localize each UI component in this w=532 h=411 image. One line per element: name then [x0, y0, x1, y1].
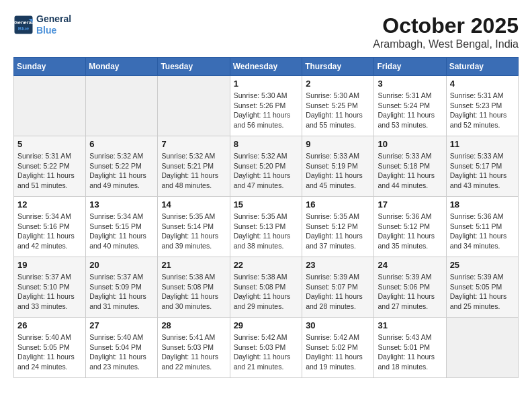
day-info: Sunrise: 5:38 AM Sunset: 5:08 PM Dayligh… — [161, 272, 226, 312]
calendar-cell: 3Sunrise: 5:31 AM Sunset: 5:24 PM Daylig… — [374, 76, 446, 136]
week-row-2: 5Sunrise: 5:31 AM Sunset: 5:22 PM Daylig… — [14, 136, 519, 197]
day-info: Sunrise: 5:33 AM Sunset: 5:18 PM Dayligh… — [378, 151, 442, 191]
logo: General Blue General Blue — [13, 13, 71, 36]
day-number: 7 — [161, 139, 226, 149]
day-info: Sunrise: 5:30 AM Sunset: 5:26 PM Dayligh… — [234, 91, 299, 130]
location: Arambagh, West Bengal, India — [373, 38, 519, 50]
day-number: 28 — [161, 320, 226, 330]
day-info: Sunrise: 5:31 AM Sunset: 5:23 PM Dayligh… — [450, 91, 515, 130]
day-number: 6 — [89, 139, 154, 149]
week-row-1: 1Sunrise: 5:30 AM Sunset: 5:26 PM Daylig… — [14, 76, 519, 136]
calendar-cell: 26Sunrise: 5:40 AM Sunset: 5:05 PM Dayli… — [14, 318, 86, 378]
calendar-cell: 31Sunrise: 5:43 AM Sunset: 5:01 PM Dayli… — [374, 318, 446, 378]
month-title: October 2025 — [373, 13, 519, 38]
day-number: 22 — [234, 260, 299, 270]
calendar-cell: 2Sunrise: 5:30 AM Sunset: 5:25 PM Daylig… — [302, 76, 374, 136]
calendar-cell — [86, 76, 158, 136]
day-number: 15 — [234, 199, 299, 210]
calendar-cell: 25Sunrise: 5:39 AM Sunset: 5:05 PM Dayli… — [446, 257, 518, 318]
day-number: 12 — [17, 199, 82, 210]
day-info: Sunrise: 5:30 AM Sunset: 5:25 PM Dayligh… — [306, 91, 370, 130]
day-info: Sunrise: 5:39 AM Sunset: 5:07 PM Dayligh… — [306, 272, 370, 312]
day-number: 20 — [89, 260, 154, 270]
day-number: 1 — [234, 79, 299, 89]
calendar-header-row: Sunday Monday Tuesday Wednesday Thursday… — [14, 58, 519, 76]
svg-text:Blue: Blue — [18, 25, 29, 31]
day-info: Sunrise: 5:36 AM Sunset: 5:12 PM Dayligh… — [378, 212, 442, 251]
calendar-cell: 1Sunrise: 5:30 AM Sunset: 5:26 PM Daylig… — [230, 76, 302, 136]
calendar-cell: 20Sunrise: 5:37 AM Sunset: 5:09 PM Dayli… — [86, 257, 158, 318]
day-info: Sunrise: 5:41 AM Sunset: 5:03 PM Dayligh… — [161, 332, 226, 372]
day-number: 14 — [161, 199, 226, 210]
day-number: 19 — [17, 260, 82, 270]
calendar: Sunday Monday Tuesday Wednesday Thursday… — [13, 57, 519, 378]
day-number: 23 — [306, 260, 370, 270]
calendar-cell: 21Sunrise: 5:38 AM Sunset: 5:08 PM Dayli… — [158, 257, 230, 318]
day-number: 27 — [89, 320, 154, 330]
day-number: 4 — [450, 79, 515, 89]
day-info: Sunrise: 5:32 AM Sunset: 5:20 PM Dayligh… — [234, 151, 299, 191]
logo-icon: General Blue — [13, 15, 34, 35]
day-number: 31 — [378, 320, 442, 330]
day-number: 30 — [306, 320, 370, 330]
day-number: 18 — [450, 199, 515, 210]
day-info: Sunrise: 5:39 AM Sunset: 5:06 PM Dayligh… — [378, 272, 442, 312]
calendar-cell — [158, 76, 230, 136]
day-number: 3 — [378, 79, 442, 89]
day-info: Sunrise: 5:38 AM Sunset: 5:08 PM Dayligh… — [234, 272, 299, 312]
col-monday: Monday — [86, 58, 158, 76]
week-row-3: 12Sunrise: 5:34 AM Sunset: 5:16 PM Dayli… — [14, 197, 519, 257]
day-info: Sunrise: 5:33 AM Sunset: 5:19 PM Dayligh… — [306, 151, 370, 191]
calendar-cell: 4Sunrise: 5:31 AM Sunset: 5:23 PM Daylig… — [446, 76, 518, 136]
day-info: Sunrise: 5:31 AM Sunset: 5:24 PM Dayligh… — [378, 91, 442, 130]
calendar-cell: 24Sunrise: 5:39 AM Sunset: 5:06 PM Dayli… — [374, 257, 446, 318]
calendar-cell: 30Sunrise: 5:42 AM Sunset: 5:02 PM Dayli… — [302, 318, 374, 378]
col-thursday: Thursday — [302, 58, 374, 76]
calendar-cell: 27Sunrise: 5:40 AM Sunset: 5:04 PM Dayli… — [86, 318, 158, 378]
calendar-cell: 18Sunrise: 5:36 AM Sunset: 5:11 PM Dayli… — [446, 197, 518, 257]
calendar-cell: 8Sunrise: 5:32 AM Sunset: 5:20 PM Daylig… — [230, 136, 302, 197]
calendar-cell: 17Sunrise: 5:36 AM Sunset: 5:12 PM Dayli… — [374, 197, 446, 257]
page-header: General Blue General Blue October 2025 A… — [13, 13, 519, 50]
calendar-cell: 6Sunrise: 5:32 AM Sunset: 5:22 PM Daylig… — [86, 136, 158, 197]
calendar-cell: 10Sunrise: 5:33 AM Sunset: 5:18 PM Dayli… — [374, 136, 446, 197]
day-info: Sunrise: 5:32 AM Sunset: 5:22 PM Dayligh… — [89, 151, 154, 191]
calendar-cell: 28Sunrise: 5:41 AM Sunset: 5:03 PM Dayli… — [158, 318, 230, 378]
calendar-cell: 23Sunrise: 5:39 AM Sunset: 5:07 PM Dayli… — [302, 257, 374, 318]
day-info: Sunrise: 5:31 AM Sunset: 5:22 PM Dayligh… — [17, 151, 82, 191]
calendar-cell: 11Sunrise: 5:33 AM Sunset: 5:17 PM Dayli… — [446, 136, 518, 197]
day-info: Sunrise: 5:32 AM Sunset: 5:21 PM Dayligh… — [161, 151, 226, 191]
day-number: 29 — [234, 320, 299, 330]
week-row-4: 19Sunrise: 5:37 AM Sunset: 5:10 PM Dayli… — [14, 257, 519, 318]
day-number: 24 — [378, 260, 442, 270]
day-info: Sunrise: 5:40 AM Sunset: 5:05 PM Dayligh… — [17, 332, 82, 372]
day-info: Sunrise: 5:37 AM Sunset: 5:09 PM Dayligh… — [89, 272, 154, 312]
calendar-cell: 19Sunrise: 5:37 AM Sunset: 5:10 PM Dayli… — [14, 257, 86, 318]
day-info: Sunrise: 5:34 AM Sunset: 5:16 PM Dayligh… — [17, 212, 82, 251]
week-row-5: 26Sunrise: 5:40 AM Sunset: 5:05 PM Dayli… — [14, 318, 519, 378]
calendar-cell: 9Sunrise: 5:33 AM Sunset: 5:19 PM Daylig… — [302, 136, 374, 197]
day-info: Sunrise: 5:39 AM Sunset: 5:05 PM Dayligh… — [450, 272, 515, 312]
day-info: Sunrise: 5:35 AM Sunset: 5:14 PM Dayligh… — [161, 212, 226, 251]
day-number: 2 — [306, 79, 370, 89]
day-number: 26 — [17, 320, 82, 330]
title-block: October 2025 Arambagh, West Bengal, Indi… — [373, 13, 519, 50]
col-wednesday: Wednesday — [230, 58, 302, 76]
col-tuesday: Tuesday — [158, 58, 230, 76]
day-info: Sunrise: 5:42 AM Sunset: 5:02 PM Dayligh… — [306, 332, 370, 372]
calendar-cell: 7Sunrise: 5:32 AM Sunset: 5:21 PM Daylig… — [158, 136, 230, 197]
col-sunday: Sunday — [14, 58, 86, 76]
calendar-cell: 14Sunrise: 5:35 AM Sunset: 5:14 PM Dayli… — [158, 197, 230, 257]
calendar-cell: 16Sunrise: 5:35 AM Sunset: 5:12 PM Dayli… — [302, 197, 374, 257]
day-info: Sunrise: 5:33 AM Sunset: 5:17 PM Dayligh… — [450, 151, 515, 191]
day-info: Sunrise: 5:35 AM Sunset: 5:13 PM Dayligh… — [234, 212, 299, 251]
col-saturday: Saturday — [446, 58, 518, 76]
day-number: 5 — [17, 139, 82, 149]
calendar-cell — [446, 318, 518, 378]
day-info: Sunrise: 5:34 AM Sunset: 5:15 PM Dayligh… — [89, 212, 154, 251]
calendar-cell — [14, 76, 86, 136]
logo-line1: General — [36, 13, 71, 25]
day-number: 17 — [378, 199, 442, 210]
day-info: Sunrise: 5:35 AM Sunset: 5:12 PM Dayligh… — [306, 212, 370, 251]
calendar-cell: 5Sunrise: 5:31 AM Sunset: 5:22 PM Daylig… — [14, 136, 86, 197]
